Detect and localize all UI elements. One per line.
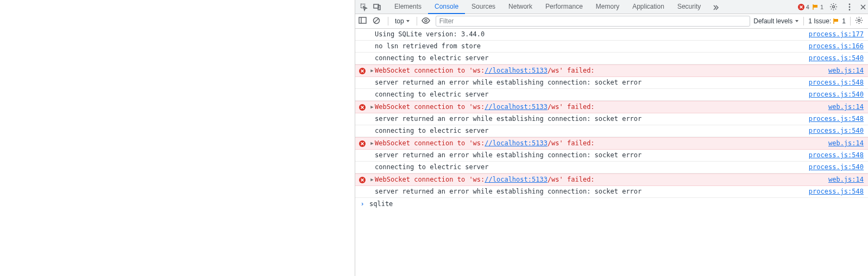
ws-url-link[interactable]: //localhost:5133	[485, 103, 548, 111]
log-gutter	[355, 78, 369, 79]
console-filter-input[interactable]	[436, 16, 751, 27]
source-link-cell: process.js:540	[809, 54, 868, 63]
source-link[interactable]: web.js:14	[828, 67, 864, 74]
source-link-cell: process.js:540	[809, 163, 868, 172]
console-message-text: server returned an error while establish…	[375, 114, 809, 124]
source-link[interactable]: process.js:540	[809, 91, 864, 98]
ws-url-link[interactable]: //localhost:5133	[485, 67, 548, 74]
log-gutter	[355, 54, 369, 55]
console-message-text: no lsn retrieved from store	[375, 42, 809, 51]
console-message-text: Using SQLite version: 3.44.0	[375, 30, 809, 39]
toggle-sidebar-icon[interactable]	[358, 17, 369, 25]
tab-network[interactable]: Network	[502, 0, 539, 14]
tab-application[interactable]: Application	[626, 0, 671, 14]
console-log-row: no lsn retrieved from storeprocess.js:16…	[355, 41, 868, 53]
source-link[interactable]: web.js:14	[828, 176, 864, 183]
console-prompt[interactable]: ›sqlite	[355, 198, 868, 210]
log-level-label: Default levels	[753, 17, 792, 25]
source-link-cell: process.js:540	[809, 126, 868, 136]
source-link[interactable]: process.js:548	[809, 151, 864, 159]
log-gutter	[355, 30, 369, 31]
source-link[interactable]: web.js:14	[828, 139, 864, 147]
error-icon	[355, 102, 369, 111]
page-blank-area	[0, 0, 355, 276]
source-link-cell: process.js:177	[809, 30, 868, 39]
console-message-text: server returned an error while establish…	[375, 187, 809, 196]
source-link[interactable]: process.js:177	[809, 30, 864, 38]
more-tabs-icon[interactable]	[709, 1, 722, 14]
console-log-row: server returned an error while establish…	[355, 77, 868, 89]
console-message-text: WebSocket connection to 'ws://localhost:…	[375, 102, 828, 112]
log-gutter	[355, 187, 369, 188]
log-gutter	[355, 90, 369, 91]
execution-context-selector[interactable]: top	[393, 16, 412, 26]
prompt-input-text[interactable]: sqlite	[369, 199, 393, 209]
source-link[interactable]: process.js:548	[809, 115, 864, 123]
close-devtools-icon[interactable]	[859, 1, 867, 14]
console-error-row: ▶WebSocket connection to 'ws://localhost…	[355, 174, 868, 186]
error-count-badge[interactable]: 4	[797, 3, 809, 11]
log-level-selector[interactable]: Default levels	[753, 17, 799, 25]
tab-sources[interactable]: Sources	[465, 0, 502, 14]
svg-point-8	[849, 6, 851, 8]
source-link-cell: process.js:548	[809, 187, 868, 196]
console-output[interactable]: Using SQLite version: 3.44.0process.js:1…	[355, 29, 868, 276]
expand-arrow-icon[interactable]: ▶	[369, 102, 375, 112]
source-link-cell: process.js:166	[809, 42, 868, 51]
console-message-text: WebSocket connection to 'ws://localhost:…	[375, 66, 828, 75]
source-link-cell: web.js:14	[828, 139, 868, 148]
issue-count-badge[interactable]: 1	[813, 4, 823, 10]
log-gutter	[355, 151, 369, 152]
console-log-row: connecting to electric serverprocess.js:…	[355, 125, 868, 137]
source-link[interactable]: process.js:540	[809, 127, 864, 134]
source-link[interactable]: process.js:548	[809, 188, 864, 195]
console-toolbar: top Default levels 1 Issue: 1	[355, 14, 868, 29]
console-log-row: server returned an error while establish…	[355, 186, 868, 198]
console-log-row: server returned an error while establish…	[355, 150, 868, 162]
svg-line-13	[374, 18, 379, 23]
svg-point-9	[849, 9, 851, 10]
log-gutter	[355, 163, 369, 164]
tab-performance[interactable]: Performance	[539, 0, 589, 14]
console-log-row: connecting to electric serverprocess.js:…	[355, 89, 868, 101]
source-link[interactable]: process.js:548	[809, 79, 864, 86]
tab-console[interactable]: Console	[428, 0, 465, 14]
source-link[interactable]: process.js:540	[809, 163, 864, 171]
issues-label: 1 Issue:	[808, 17, 831, 25]
source-link[interactable]: process.js:166	[809, 42, 864, 50]
console-message-text: server returned an error while establish…	[375, 151, 809, 160]
svg-rect-4	[813, 5, 817, 8]
console-log-row: connecting to electric serverprocess.js:…	[355, 53, 868, 65]
svg-point-14	[425, 20, 427, 22]
error-icon	[355, 66, 369, 75]
clear-console-icon[interactable]	[373, 17, 383, 26]
console-message-text: connecting to electric server	[375, 126, 809, 136]
ws-url-link[interactable]: //localhost:5133	[485, 176, 548, 183]
expand-arrow-icon[interactable]: ▶	[369, 175, 375, 184]
device-toolbar-icon[interactable]	[370, 1, 383, 14]
console-message-text: server returned an error while establish…	[375, 78, 809, 87]
source-link[interactable]: process.js:540	[809, 54, 864, 62]
source-link-cell: process.js:540	[809, 90, 868, 99]
tab-security[interactable]: Security	[671, 0, 707, 14]
console-message-text: connecting to electric server	[375, 54, 809, 63]
svg-rect-10	[359, 17, 366, 23]
log-gutter	[355, 114, 369, 115]
kebab-menu-icon[interactable]	[843, 1, 856, 14]
ws-url-link[interactable]: //localhost:5133	[485, 139, 548, 147]
settings-gear-icon[interactable]	[827, 1, 840, 14]
log-gutter	[355, 42, 369, 43]
expand-arrow-icon[interactable]: ▶	[369, 66, 375, 75]
live-expression-icon[interactable]	[422, 17, 432, 25]
error-icon	[355, 175, 369, 184]
issues-summary[interactable]: 1 Issue: 1	[808, 17, 846, 25]
source-link[interactable]: web.js:14	[828, 103, 864, 111]
tab-elements[interactable]: Elements	[388, 0, 428, 14]
tab-memory[interactable]: Memory	[589, 0, 626, 14]
issues-count-value: 1	[842, 17, 846, 25]
console-message-text: connecting to electric server	[375, 163, 809, 172]
console-settings-gear-icon[interactable]	[855, 16, 865, 26]
inspect-element-icon[interactable]	[357, 1, 370, 14]
svg-point-17	[858, 19, 860, 21]
expand-arrow-icon[interactable]: ▶	[369, 139, 375, 148]
